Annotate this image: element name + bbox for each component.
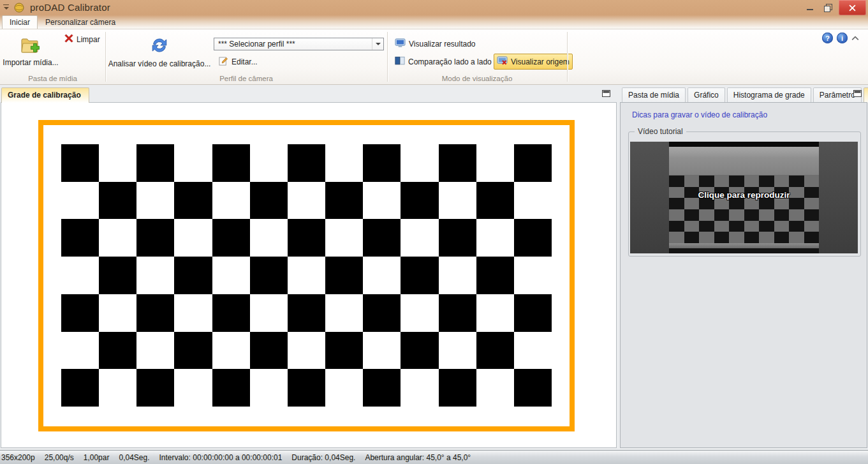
grid-cell (476, 219, 514, 257)
view-result-label: Visualizar resultado (409, 40, 476, 49)
tab-personalizar-camera[interactable]: Personalizar câmera (38, 15, 123, 29)
group-label-viewmode: Modo de visualização (387, 75, 567, 82)
grid-cell (439, 182, 476, 220)
side-by-side-icon (395, 56, 405, 68)
grid-cell (699, 209, 714, 221)
grid-cell (804, 209, 820, 221)
grid-cell (363, 182, 401, 220)
video-tutorial-groupbox: Vídeo tutorial Clique para reproduzir (628, 131, 861, 257)
grid-cell (61, 294, 99, 332)
tab-iniciar[interactable]: Iniciar (2, 15, 38, 29)
grid-cell (514, 369, 552, 407)
video-top-bar (669, 142, 819, 147)
grid-cell (476, 332, 514, 370)
restore-button[interactable] (819, 0, 837, 15)
status-framerate: 25,00q/s (45, 453, 74, 462)
monitor-x-icon (497, 56, 508, 68)
grid-cell (401, 369, 438, 407)
grid-cell (99, 294, 136, 332)
ribbon-separator (567, 32, 568, 82)
tab-grafico[interactable]: Gráfico (688, 87, 725, 103)
grid-cell (684, 176, 700, 187)
grid-cell (744, 209, 760, 221)
grid-cell (363, 294, 401, 332)
grid-cell (401, 332, 438, 370)
grid-cell (439, 369, 476, 407)
grid-cell (476, 182, 514, 220)
grid-cell (325, 294, 363, 332)
grid-cell (212, 257, 250, 294)
grid-cell (250, 182, 288, 220)
grid-cell (439, 332, 476, 370)
grid-cell (174, 182, 212, 220)
grid-cell (789, 209, 804, 221)
grid-cell (136, 144, 174, 182)
grid-cell (439, 294, 476, 332)
grid-cell (174, 144, 212, 182)
view-source-button[interactable]: Visualizar origem (494, 54, 573, 70)
clear-button[interactable]: Limpar (62, 33, 103, 46)
info-button[interactable]: i (837, 33, 848, 43)
status-seg: 0,04Seg. (119, 453, 149, 462)
close-button[interactable] (839, 0, 866, 15)
grid-cell (325, 219, 363, 257)
edit-button[interactable]: Editar... (216, 55, 260, 69)
tips-link[interactable]: Dicas para gravar o vídeo de calibração (632, 110, 767, 119)
tab-histograma-de-grade[interactable]: Histograma de grade (727, 87, 811, 103)
folder-plus-icon (20, 36, 41, 56)
analyze-calibration-video-button[interactable]: Analisar vídeo de calibração... (110, 31, 209, 68)
profile-select-value: *** Selecionar perfil *** (214, 40, 372, 49)
video-blurred-screenshot (669, 147, 819, 176)
grid-cell (250, 257, 288, 294)
grid-cell (514, 257, 552, 294)
grid-cell (514, 332, 552, 370)
tutorial-video-thumbnail[interactable]: Clique para reproduzir (630, 142, 858, 253)
grid-cell (439, 219, 476, 257)
grid-cell (669, 221, 684, 232)
calibration-checkerboard (61, 144, 552, 407)
grid-cell (363, 144, 401, 182)
help-cluster: ? i (822, 33, 859, 43)
status-aperture: Abertura angular: 45,0° a 45,0° (365, 453, 471, 462)
grid-cell (714, 209, 730, 221)
grid-cell (212, 332, 250, 370)
grid-cell (363, 219, 401, 257)
collapse-ribbon-icon[interactable] (851, 34, 859, 43)
status-duration: Duração: 0,04Seg. (291, 453, 355, 462)
grid-cell (250, 219, 288, 257)
tab-pasta-de-midia[interactable]: Pasta de mídia (622, 87, 686, 103)
tab-dicas[interactable]: Dicas! (864, 87, 868, 103)
side-by-side-button[interactable]: Comparação lado a lado (392, 55, 494, 69)
status-bar: 356x200p 25,00q/s 1,00par 0,04Seg. Inter… (0, 450, 868, 464)
grid-cell (61, 257, 99, 294)
grid-cell (212, 144, 250, 182)
grid-cell (669, 232, 684, 243)
grid-cell (714, 176, 730, 187)
grid-cell (212, 219, 250, 257)
minimize-button[interactable] (801, 0, 819, 15)
import-media-button[interactable]: Importar mídia... (1, 31, 60, 67)
maximize-pane-icon[interactable] (602, 90, 610, 97)
grid-cell (250, 369, 288, 407)
profile-select[interactable]: *** Selecionar perfil *** (214, 38, 384, 50)
grid-cell (250, 332, 288, 370)
quick-access-dropdown-icon[interactable] (3, 4, 10, 10)
grid-cell (744, 176, 760, 187)
view-result-button[interactable]: Visualizar resultado (392, 37, 478, 51)
grid-cell (250, 294, 288, 332)
grid-cell (744, 221, 760, 232)
view-source-label: Visualizar origem (511, 57, 570, 66)
info-glyph: i (841, 34, 843, 42)
grid-cell (699, 232, 714, 243)
grid-cell (759, 209, 774, 221)
grid-cell (325, 332, 363, 370)
maximize-side-panel-icon[interactable] (853, 90, 862, 97)
grid-cell (288, 369, 325, 407)
play-overlay-text[interactable]: Clique para reproduzir (630, 190, 858, 200)
grid-cell (729, 221, 744, 232)
help-button[interactable]: ? (822, 33, 833, 43)
grid-cell (439, 257, 476, 294)
grid-cell (439, 144, 476, 182)
tab-grade-de-calibracao[interactable]: Grade de calibração (1, 87, 89, 103)
grid-cell (774, 176, 790, 187)
